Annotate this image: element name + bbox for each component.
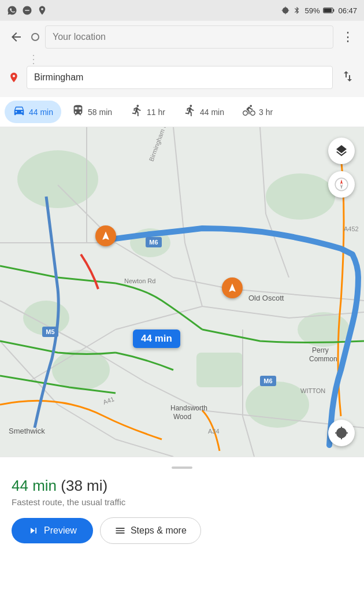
nav-marker-2 (222, 277, 243, 298)
tab-drive-label: 44 min (29, 108, 53, 117)
layers-icon (335, 144, 348, 158)
compass-button[interactable] (328, 171, 355, 198)
svg-text:Old Oscott: Old Oscott (248, 294, 284, 302)
route-time: 44 min (12, 477, 57, 494)
svg-text:M6: M6 (149, 239, 158, 246)
map-view[interactable]: M5 M6 M6 Birmingham Rd Newton Rd Old Osc… (0, 127, 364, 457)
origin-row: ⋮ (7, 25, 357, 49)
my-location-button[interactable] (328, 420, 355, 446)
bluetooth-icon (293, 6, 301, 14)
route-time-distance: 44 min (38 mi) (12, 477, 352, 495)
svg-text:Wood: Wood (173, 413, 191, 421)
tab-walk[interactable]: 11 hr (122, 101, 173, 123)
svg-rect-2 (333, 9, 334, 12)
tab-cycle-label: 3 hr (259, 108, 273, 117)
minus-icon (22, 5, 32, 16)
svg-text:Handsworth: Handsworth (170, 404, 207, 412)
swap-button[interactable] (339, 67, 357, 88)
steps-icon (114, 525, 126, 536)
status-right-info: 59% 06:47 (281, 6, 357, 15)
svg-text:A34: A34 (208, 428, 220, 435)
tab-rideshare[interactable]: 44 min (176, 101, 232, 123)
svg-text:Perry: Perry (312, 346, 329, 354)
vertical-dots: ⋮ (7, 52, 357, 66)
more-options-button[interactable]: ⋮ (339, 27, 357, 47)
walk-icon (131, 104, 143, 120)
rideshare-icon (184, 104, 196, 120)
drive-icon (13, 104, 25, 120)
whatsapp-icon (7, 5, 17, 16)
tab-rideshare-label: 44 min (200, 108, 224, 117)
steps-more-button[interactable]: Steps & more (100, 517, 201, 544)
svg-text:A452: A452 (344, 225, 359, 232)
svg-point-5 (266, 173, 335, 220)
tab-transit[interactable]: 58 min (64, 101, 120, 123)
tab-drive[interactable]: 44 min (5, 101, 61, 123)
svg-marker-54 (340, 179, 343, 184)
battery-icon (323, 6, 335, 14)
preview-label: Preview (44, 525, 77, 536)
tab-walk-label: 11 hr (147, 108, 165, 117)
svg-rect-8 (196, 353, 243, 387)
transport-tabs: 44 min 58 min 11 hr 44 min 3 hr (0, 97, 364, 127)
eta-badge: 44 min (133, 329, 180, 348)
back-button[interactable] (7, 28, 25, 46)
search-area: ⋮ ⋮ (0, 21, 364, 97)
map-svg: M5 M6 M6 Birmingham Rd Newton Rd Old Osc… (0, 127, 364, 457)
route-distance: (38 mi) (61, 477, 107, 494)
origin-input[interactable] (45, 25, 333, 49)
layers-button[interactable] (328, 138, 355, 164)
svg-marker-55 (340, 184, 343, 190)
destination-pin-icon (7, 72, 21, 83)
origin-dot-icon (31, 33, 39, 41)
drag-handle (172, 466, 192, 469)
compass-icon (334, 177, 349, 192)
my-location-icon (335, 426, 348, 440)
svg-text:WITTON: WITTON (300, 387, 325, 394)
destination-row (7, 66, 357, 89)
svg-text:M6: M6 (263, 377, 272, 384)
status-bar: 59% 06:47 (0, 0, 364, 21)
preview-icon (28, 525, 39, 536)
clock-time: 06:47 (338, 6, 357, 15)
battery-percent: 59% (304, 6, 320, 15)
bottom-panel: 44 min (38 mi) Fastest route, the usual … (0, 457, 364, 556)
svg-text:Smethwick: Smethwick (9, 427, 45, 435)
svg-text:Newton Rd: Newton Rd (124, 277, 155, 284)
maps-icon (37, 5, 47, 16)
cycle-icon (243, 104, 255, 120)
transit-icon (72, 104, 84, 120)
preview-button[interactable]: Preview (12, 518, 93, 543)
action-buttons: Preview Steps & more (12, 517, 352, 544)
destination-input[interactable] (27, 66, 333, 89)
tab-cycle[interactable]: 3 hr (235, 101, 281, 123)
svg-rect-1 (324, 8, 332, 12)
status-left-icons (7, 5, 47, 16)
tab-transit-label: 58 min (88, 108, 112, 117)
svg-text:M5: M5 (46, 328, 54, 335)
location-status-icon (281, 6, 289, 14)
nav-marker-1 (95, 225, 116, 246)
svg-text:Common: Common (309, 355, 337, 363)
steps-label: Steps & more (131, 525, 187, 536)
route-description: Fastest route, the usual traffic (12, 497, 352, 507)
